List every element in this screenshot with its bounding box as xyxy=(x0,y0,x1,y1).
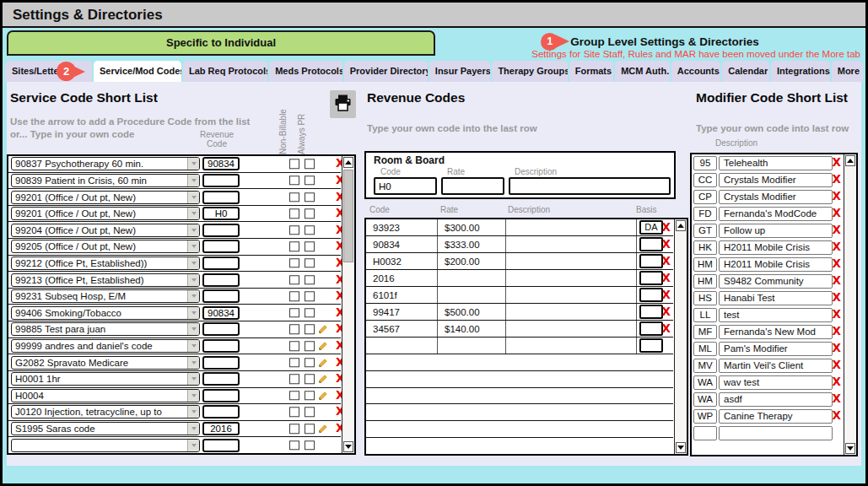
revenue-code-input[interactable] xyxy=(202,405,240,418)
room-description-input[interactable] xyxy=(509,177,671,195)
revenue-code-input[interactable] xyxy=(202,191,240,204)
modifier-code-cell[interactable] xyxy=(693,426,717,440)
tab-provider-directory[interactable]: Provider Directory xyxy=(344,61,428,82)
non-billable-checkbox[interactable] xyxy=(289,440,299,451)
revenue-code-cell[interactable]: 90834 xyxy=(366,236,438,252)
delete-x-button[interactable]: X xyxy=(833,191,841,202)
procedure-code-dropdown[interactable]: 99885 Test para juan xyxy=(11,322,200,336)
edit-pencil-icon[interactable] xyxy=(317,323,329,335)
tab-insur-payers[interactable]: Insur Payers xyxy=(429,61,491,82)
always-pr-checkbox[interactable] xyxy=(305,374,315,384)
procedure-code-dropdown[interactable]: G2082 Spravato Medicare xyxy=(11,356,200,370)
modifier-description-cell[interactable]: asdf xyxy=(719,392,833,407)
procedure-code-dropdown[interactable]: 99231 Subseq Hosp, E/M xyxy=(11,289,200,303)
dropdown-arrow-icon[interactable] xyxy=(187,373,199,385)
room-rate-input[interactable] xyxy=(441,177,504,195)
always-pr-checkbox[interactable] xyxy=(305,291,315,301)
delete-x-button[interactable]: X xyxy=(833,393,841,404)
always-pr-checkbox[interactable] xyxy=(305,424,315,434)
modifier-description-cell[interactable]: H2011 Mobile Crisis xyxy=(719,240,833,255)
revenue-code-cell[interactable]: 2016 xyxy=(366,270,438,286)
scroll-down-button[interactable] xyxy=(845,443,855,454)
dropdown-arrow-icon[interactable] xyxy=(187,357,199,369)
revenue-code-input[interactable] xyxy=(202,322,240,336)
revenue-code-input[interactable] xyxy=(202,289,240,303)
modifier-description-cell[interactable]: Telehealth xyxy=(719,156,833,170)
modifier-description-cell[interactable]: Canine Therapy xyxy=(719,409,833,424)
dropdown-arrow-icon[interactable] xyxy=(187,274,199,286)
dropdown-arrow-icon[interactable] xyxy=(187,208,199,219)
basis-input[interactable] xyxy=(639,288,663,302)
delete-x-button[interactable]: X xyxy=(833,241,841,252)
revenue-code-input[interactable] xyxy=(202,422,240,435)
modifier-description-cell[interactable]: Pam's Modifier xyxy=(719,342,833,356)
non-billable-checkbox[interactable] xyxy=(289,325,299,335)
modifier-description-cell[interactable]: Crystals Modifier xyxy=(719,173,833,187)
revenue-table-scrollbar[interactable] xyxy=(674,218,688,456)
dropdown-arrow-icon[interactable] xyxy=(187,240,199,252)
scroll-down-button[interactable] xyxy=(343,441,353,452)
procedure-code-dropdown[interactable]: 99406 Smoking/Tobacco xyxy=(11,306,200,320)
delete-x-button[interactable]: X xyxy=(833,224,841,235)
delete-x-button[interactable]: X xyxy=(833,258,841,269)
modifier-code-cell[interactable]: HS xyxy=(693,291,717,305)
edit-pencil-icon[interactable] xyxy=(317,357,329,369)
procedure-code-dropdown[interactable]: 99213 (Office Pt, Established) xyxy=(11,273,200,287)
modifier-code-cell[interactable]: FD xyxy=(693,207,717,221)
non-billable-checkbox[interactable] xyxy=(289,291,299,301)
modifier-description-cell[interactable]: Crystals Modifier xyxy=(719,190,833,204)
procedure-code-dropdown[interactable]: S1995 Saras code xyxy=(11,422,200,435)
procedure-code-dropdown[interactable]: 99201 (Office / Out pt, New) xyxy=(11,191,200,204)
always-pr-checkbox[interactable] xyxy=(305,242,315,252)
delete-x-button[interactable]: X xyxy=(662,273,671,284)
revenue-description-cell[interactable] xyxy=(506,236,637,252)
delete-x-button[interactable]: X xyxy=(833,292,841,303)
non-billable-checkbox[interactable] xyxy=(289,374,299,384)
modifier-description-cell[interactable]: Follow up xyxy=(719,224,833,238)
revenue-description-cell[interactable] xyxy=(506,253,637,269)
revenue-code-cell[interactable]: 99417 xyxy=(366,304,438,320)
always-pr-checkbox[interactable] xyxy=(305,258,315,268)
modifier-description-cell[interactable]: Fernanda's ModCode xyxy=(719,207,833,221)
always-pr-checkbox[interactable] xyxy=(305,358,315,368)
tab-mcm-auth-[interactable]: MCM Auth. xyxy=(615,61,670,82)
procedure-code-dropdown[interactable]: 99204 (Office / Out pt, New) xyxy=(11,224,200,237)
modifier-description-cell[interactable]: test xyxy=(719,308,833,322)
dropdown-arrow-icon[interactable] xyxy=(187,224,199,236)
non-billable-checkbox[interactable] xyxy=(289,308,299,318)
modifier-code-cell[interactable]: WA xyxy=(693,375,717,390)
non-billable-checkbox[interactable] xyxy=(289,358,299,368)
delete-x-button[interactable]: X xyxy=(662,323,671,334)
revenue-description-cell[interactable] xyxy=(506,304,637,320)
delete-x-button[interactable]: X xyxy=(662,306,671,317)
modifier-code-cell[interactable]: ML xyxy=(693,342,717,356)
delete-x-button[interactable]: X xyxy=(833,410,841,421)
modifier-code-cell[interactable]: HK xyxy=(693,240,717,255)
non-billable-checkbox[interactable] xyxy=(289,176,299,186)
procedure-code-dropdown[interactable]: 99999 andres and daniel's code xyxy=(11,339,200,353)
revenue-description-cell[interactable] xyxy=(506,287,637,303)
always-pr-checkbox[interactable] xyxy=(305,192,315,202)
procedure-code-dropdown[interactable]: J0120 Injection, tetracycline, up to xyxy=(11,405,200,418)
modifier-code-cell[interactable]: HM xyxy=(693,274,717,289)
non-billable-checkbox[interactable] xyxy=(289,408,299,418)
revenue-rate-cell[interactable]: $500.00 xyxy=(438,304,506,320)
dropdown-arrow-icon[interactable] xyxy=(187,340,199,352)
procedure-code-dropdown[interactable]: 99205 (Office / Out pt, New) xyxy=(11,240,200,253)
tab-more[interactable]: More xyxy=(832,61,863,82)
modifier-description-cell[interactable]: Martin Veil's Client xyxy=(719,359,833,373)
procedure-code-dropdown[interactable]: 90839 Patient in Crisis, 60 min xyxy=(11,174,200,187)
scrollbar-thumb[interactable] xyxy=(343,170,353,262)
procedure-code-dropdown[interactable]: H0001 1hr xyxy=(11,372,200,386)
revenue-code-input[interactable] xyxy=(202,174,240,187)
revenue-code-cell[interactable]: 34567 xyxy=(366,321,438,337)
revenue-description-cell[interactable] xyxy=(506,219,637,235)
edit-pencil-icon[interactable] xyxy=(317,340,329,352)
non-billable-checkbox[interactable] xyxy=(289,275,299,285)
dropdown-arrow-icon[interactable] xyxy=(187,390,199,402)
revenue-code-cell[interactable]: 6101f xyxy=(366,287,438,303)
always-pr-checkbox[interactable] xyxy=(305,325,315,335)
always-pr-checkbox[interactable] xyxy=(305,275,315,285)
non-billable-checkbox[interactable] xyxy=(289,391,299,401)
tab-therapy-groups[interactable]: Therapy Groups xyxy=(492,61,567,82)
